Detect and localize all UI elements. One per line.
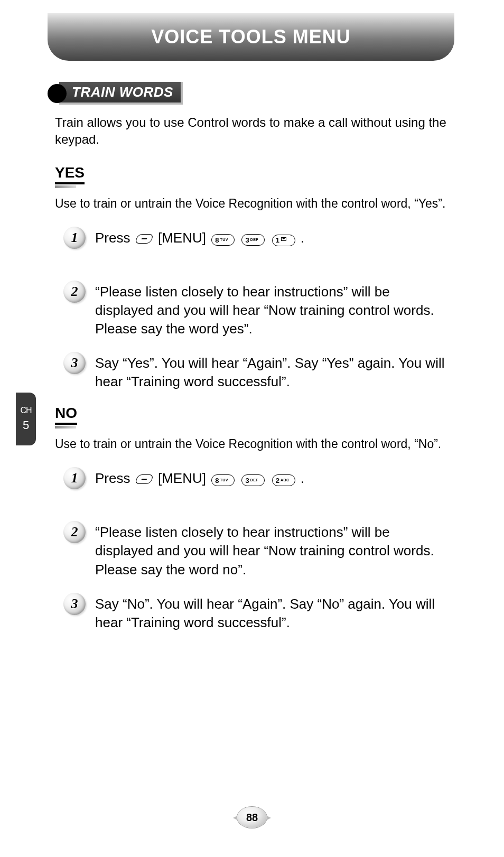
- key-2: 2ABC: [272, 474, 295, 486]
- step-text: “Please listen closely to hear instructi…: [95, 281, 447, 338]
- no-step-1: 1 Press [MENU] 8TUV 3DEF 2ABC .: [63, 467, 447, 489]
- page-number-wrap: 88: [0, 807, 504, 828]
- page-banner: VOICE TOOLS MENU: [48, 13, 454, 61]
- banner-title: VOICE TOOLS MENU: [151, 26, 350, 48]
- section-header: TRAIN WORDS: [48, 82, 454, 105]
- yes-step-2: 2 “Please listen closely to hear instruc…: [63, 281, 447, 338]
- step-number-icon: 2: [63, 521, 86, 543]
- step-text: “Please listen closely to hear instructi…: [95, 521, 447, 579]
- yes-block: YES Use to train or untrain the Voice Re…: [48, 164, 454, 392]
- step-number-icon: 3: [63, 352, 86, 374]
- softkey-icon: [134, 474, 154, 484]
- step-number-icon: 1: [63, 467, 86, 489]
- section-title: TRAIN WORDS: [59, 82, 183, 105]
- bullet-icon: [48, 84, 67, 103]
- step-number-icon: 1: [63, 227, 86, 249]
- yes-desc: Use to train or untrain the Voice Recogn…: [55, 195, 447, 212]
- no-desc: Use to train or untrain the Voice Recogn…: [55, 436, 447, 452]
- chapter-number: 5: [23, 420, 29, 431]
- key-3: 3DEF: [241, 234, 265, 246]
- mail-icon: [281, 237, 286, 241]
- step-text: Say “Yes”. You will hear “Again”. Say “Y…: [95, 352, 447, 391]
- chapter-label: CH: [20, 407, 31, 414]
- step-text: Say “No”. You will hear “Again”. Say “No…: [95, 593, 447, 632]
- yes-step-3: 3 Say “Yes”. You will hear “Again”. Say …: [63, 352, 447, 391]
- heading-underline: [55, 185, 76, 188]
- key-3: 3DEF: [241, 474, 265, 486]
- key-8: 8TUV: [211, 234, 235, 246]
- no-step-3: 3 Say “No”. You will hear “Again”. Say “…: [63, 593, 447, 632]
- section-intro: Train allows you to use Control words to…: [55, 114, 449, 148]
- yes-heading: YES: [55, 164, 85, 184]
- yes-step-1: 1 Press [MENU] 8TUV 3DEF 1 .: [63, 227, 447, 249]
- key-8: 8TUV: [211, 474, 235, 486]
- heading-underline: [55, 426, 76, 428]
- step-number-icon: 3: [63, 593, 86, 615]
- softkey-icon: [134, 234, 154, 244]
- key-1: 1: [272, 235, 295, 246]
- chapter-tab: CH 5: [16, 393, 36, 445]
- step-number-icon: 2: [63, 281, 86, 303]
- no-block: NO Use to train or untrain the Voice Rec…: [48, 405, 454, 632]
- step-text: Press [MENU] 8TUV 3DEF 2ABC .: [95, 467, 447, 488]
- page-number: 88: [237, 807, 267, 828]
- step-text: Press [MENU] 8TUV 3DEF 1 .: [95, 227, 447, 247]
- no-step-2: 2 “Please listen closely to hear instruc…: [63, 521, 447, 579]
- content-area: TRAIN WORDS Train allows you to use Cont…: [48, 82, 454, 646]
- no-heading: NO: [55, 405, 77, 425]
